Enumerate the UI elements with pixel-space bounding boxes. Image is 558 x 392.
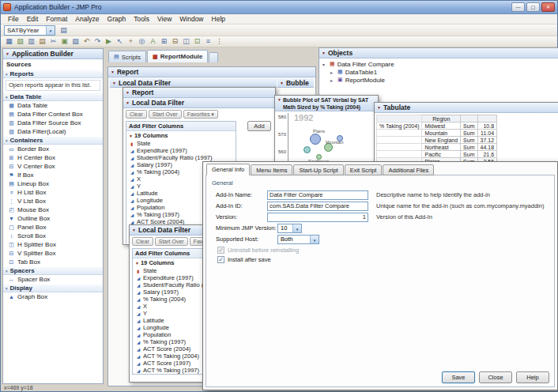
toolbar-icon[interactable]: ↶ bbox=[81, 36, 92, 47]
install-after-save-checkbox[interactable]: ✓ bbox=[217, 256, 224, 263]
palette-item[interactable]: ▢ Panel Box bbox=[3, 223, 103, 232]
palette-item[interactable]: ⊞ H Center Box bbox=[3, 153, 103, 162]
palette-item[interactable]: ▲ Graph Box bbox=[3, 292, 103, 301]
tree-node-reportmodule[interactable]: ▸ ▣ ReportModule bbox=[330, 76, 555, 84]
disclosure-icon[interactable]: ▾ bbox=[6, 269, 8, 273]
new-script-icon[interactable]: ▤ bbox=[58, 25, 69, 36]
filter-column-item[interactable]: ◢ Student/Faculty Ratio (1997) bbox=[126, 154, 236, 161]
palette-item[interactable]: ⊟ V Center Box bbox=[3, 162, 103, 171]
section-display[interactable]: ▾ Display bbox=[3, 284, 103, 292]
menu-item[interactable]: Format bbox=[42, 15, 71, 23]
filter-column-item[interactable]: ▮ State bbox=[126, 140, 236, 147]
add-button[interactable]: Add bbox=[247, 121, 271, 131]
new-tab-stub[interactable] bbox=[209, 52, 218, 62]
menu-item[interactable]: Tools bbox=[130, 15, 153, 23]
disclosure-icon[interactable]: ▾ bbox=[6, 286, 8, 291]
favorites-button[interactable]: Favorites ▾ bbox=[183, 110, 218, 119]
palette-item[interactable]: ⚑ If Box bbox=[3, 171, 103, 179]
tab-menu-items[interactable]: Menu Items bbox=[251, 164, 292, 175]
palette-item[interactable]: ▤ Data Filter Context Box bbox=[3, 110, 103, 119]
start-over-button[interactable]: Start Over bbox=[149, 110, 182, 119]
red-triangle-menu-icon[interactable]: ▼ bbox=[377, 105, 381, 110]
palette-item[interactable]: ⊟ V Splitter Box bbox=[3, 249, 103, 258]
titlebar[interactable]: Application Builder - JMP Pro — ▢ ✕ bbox=[1, 1, 557, 14]
disclosure-icon[interactable]: ▾ bbox=[6, 95, 8, 100]
toolbar-icon[interactable]: ✂ bbox=[48, 36, 58, 47]
toolbar-icon[interactable]: ▧ bbox=[15, 36, 25, 47]
toolbar-icon[interactable]: ▨ bbox=[70, 36, 81, 47]
section-spacers[interactable]: ▾ Spacers bbox=[3, 266, 103, 275]
minimize-button-icon[interactable]: — bbox=[511, 2, 525, 12]
tab-additional-files[interactable]: Additional Files bbox=[383, 164, 434, 175]
toolbar-icon[interactable]: ▣ bbox=[59, 36, 70, 47]
red-triangle-menu-icon[interactable]: ▼ bbox=[129, 134, 133, 138]
palette-item[interactable]: ⊡ Tab Box bbox=[3, 258, 103, 266]
menu-item[interactable]: View bbox=[153, 15, 175, 23]
toolbar-icon[interactable]: ⊟ bbox=[170, 36, 180, 47]
toolbar-icon[interactable]: ⊡ bbox=[192, 36, 202, 47]
section-reports[interactable]: ▾ Reports bbox=[3, 70, 103, 78]
red-triangle-menu-icon[interactable]: ▼ bbox=[280, 81, 284, 85]
combo-dropdown-icon[interactable]: ▾ bbox=[310, 236, 319, 243]
supported-host-select[interactable]: Both ▾ bbox=[277, 235, 319, 244]
close-button[interactable]: Close bbox=[479, 371, 512, 383]
menu-item[interactable]: Window bbox=[175, 15, 207, 23]
close-button-icon[interactable]: ✕ bbox=[541, 2, 555, 12]
menu-item[interactable]: Help bbox=[208, 15, 229, 23]
section-data-table[interactable]: ▾ Data Table bbox=[3, 92, 103, 101]
tree-node-datatable[interactable]: ▸ ▦ DataTable1 bbox=[330, 68, 555, 76]
palette-item[interactable]: ▦ Data Table bbox=[3, 101, 103, 110]
help-button[interactable]: Help bbox=[516, 371, 549, 383]
palette-item[interactable]: ◰ Mouse Box bbox=[3, 205, 103, 214]
tab-startup-script[interactable]: Start-Up Script bbox=[293, 164, 343, 175]
expand-icon[interactable]: ▸ bbox=[330, 70, 335, 75]
clear-button[interactable]: Clear bbox=[132, 237, 153, 246]
start-over-button[interactable]: Start Over bbox=[155, 237, 188, 246]
expand-icon[interactable]: ▸ bbox=[330, 77, 335, 83]
red-triangle-menu-icon[interactable]: ▼ bbox=[322, 51, 326, 55]
palette-item[interactable]: ▥ Data Filter Source Box bbox=[3, 119, 103, 127]
toolbar-icon[interactable]: ▦ bbox=[4, 36, 14, 47]
bubble-plot-area[interactable]: 1992 Verbal 580 570 560 Plains Mountain bbox=[275, 111, 378, 168]
red-triangle-menu-icon[interactable]: ▼ bbox=[135, 261, 139, 266]
clear-button[interactable]: Clear bbox=[126, 110, 147, 119]
toolbar-icon[interactable]: ▤ bbox=[37, 36, 47, 47]
palette-item[interactable]: ▤ Lineup Box bbox=[3, 179, 103, 188]
combo-dropdown-icon[interactable]: ▾ bbox=[46, 26, 55, 35]
toolbar-icon[interactable]: ↷ bbox=[92, 36, 103, 47]
tab-reportmodule[interactable]: ▦ ReportModule bbox=[147, 50, 208, 62]
menu-item[interactable]: Edit bbox=[23, 15, 43, 23]
red-triangle-menu-icon[interactable]: ▼ bbox=[277, 96, 281, 110]
toolbar-icon[interactable]: A bbox=[148, 36, 158, 47]
save-button[interactable]: Save bbox=[442, 371, 475, 383]
tab-scripts[interactable]: ▤ Scripts bbox=[108, 51, 146, 62]
toolbar-icon[interactable]: ⊞ bbox=[159, 36, 169, 47]
menu-item[interactable]: File bbox=[4, 15, 23, 23]
tab-exit-script[interactable]: Exit Script bbox=[345, 164, 383, 175]
tab-general-info[interactable]: General Info bbox=[206, 164, 250, 175]
menu-item[interactable]: Graph bbox=[104, 15, 130, 23]
palette-item[interactable]: ◫ H Splitter Box bbox=[3, 240, 103, 249]
red-triangle-menu-icon[interactable]: ▼ bbox=[126, 100, 130, 105]
disclosure-icon[interactable]: ▾ bbox=[6, 138, 8, 143]
data-table-combo[interactable]: SATByYear ▾ bbox=[4, 25, 55, 36]
red-triangle-menu-icon[interactable]: ▼ bbox=[6, 51, 9, 56]
expand-icon[interactable]: ▾ bbox=[322, 62, 327, 67]
min-jmp-version-select[interactable]: 10 ▾ bbox=[277, 224, 302, 233]
red-triangle-menu-icon[interactable]: ▼ bbox=[112, 81, 116, 85]
addin-id-input[interactable] bbox=[267, 202, 368, 211]
toolbar-icon[interactable]: ⋮ bbox=[214, 36, 224, 47]
addin-name-input[interactable] bbox=[267, 190, 368, 200]
toolbar-icon[interactable]: ▥ bbox=[26, 36, 36, 47]
menu-item[interactable]: Analyze bbox=[71, 15, 103, 23]
palette-item[interactable]: ↔ Spacer Box bbox=[3, 275, 103, 284]
palette-item[interactable]: ↕ Scroll Box bbox=[3, 232, 103, 240]
palette-item[interactable]: ▭ Border Box bbox=[3, 145, 103, 153]
toolbar-icon[interactable]: ◫ bbox=[181, 36, 191, 47]
toolbar-icon[interactable]: ◎ bbox=[137, 36, 147, 47]
toolbar-icon[interactable]: + bbox=[126, 36, 136, 47]
toolbar-icon[interactable]: ≡ bbox=[203, 36, 213, 47]
red-triangle-menu-icon[interactable]: ▼ bbox=[111, 70, 115, 74]
columns-count-header[interactable]: ▼ 19 Columns bbox=[126, 131, 236, 140]
combo-dropdown-icon[interactable]: ▾ bbox=[292, 224, 301, 232]
